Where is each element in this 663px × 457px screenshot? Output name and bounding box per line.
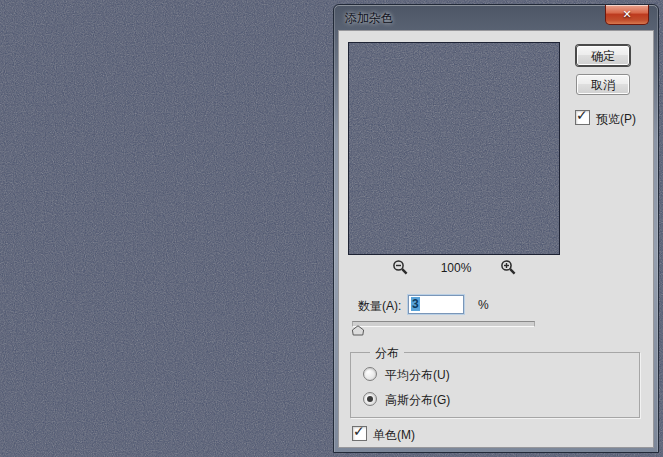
amount-slider[interactable] — [352, 319, 533, 334]
distribution-legend: 分布 — [370, 345, 404, 362]
close-icon: ✕ — [622, 8, 631, 20]
cancel-button[interactable]: 取消 — [576, 74, 630, 95]
amount-value: 3 — [411, 297, 420, 311]
dialog-title: 添加杂色 — [345, 10, 393, 27]
add-noise-dialog: 添加杂色 ✕ — [333, 4, 659, 453]
amount-unit-label: % — [478, 298, 489, 312]
preview-zoom-controls: 100% — [348, 259, 558, 277]
zoom-in-button[interactable] — [500, 259, 517, 276]
noise-preview-thumbnail[interactable] — [348, 42, 560, 255]
amount-slider-track[interactable] — [352, 321, 535, 327]
dialog-titlebar[interactable]: 添加杂色 ✕ — [334, 5, 658, 30]
preview-checkbox-label: 预览(P) — [596, 111, 636, 128]
close-button[interactable]: ✕ — [605, 5, 649, 25]
check-icon: ✓ — [353, 424, 365, 438]
photoshop-canvas-area: 添加杂色 ✕ — [0, 0, 663, 457]
amount-input[interactable]: 3 — [408, 295, 464, 314]
amount-label: 数量(A): — [358, 298, 401, 315]
radio-uniform-label: 平均分布(U) — [385, 367, 450, 384]
monochromatic-label: 单色(M) — [373, 427, 415, 444]
check-icon: ✓ — [576, 108, 588, 122]
monochromatic-checkbox[interactable]: ✓ — [352, 426, 367, 441]
preview-noise-image — [349, 43, 559, 254]
zoom-out-button[interactable] — [392, 259, 409, 276]
amount-slider-thumb[interactable] — [351, 325, 365, 336]
radio-uniform-icon[interactable] — [363, 367, 377, 381]
preview-checkbox[interactable]: ✓ — [575, 110, 590, 125]
radio-gaussian-label: 高斯分布(G) — [385, 392, 450, 409]
dialog-body: 100% 数量(A): 3 % — [338, 30, 654, 448]
distribution-groupbox: 分布 平均分布(U) 高斯分布(G) — [350, 352, 640, 418]
zoom-out-icon — [392, 259, 409, 276]
radio-gaussian-icon[interactable] — [363, 392, 377, 406]
ok-button[interactable]: 确定 — [576, 45, 630, 66]
zoom-in-icon — [500, 259, 517, 276]
zoom-level-value: 100% — [426, 261, 486, 275]
